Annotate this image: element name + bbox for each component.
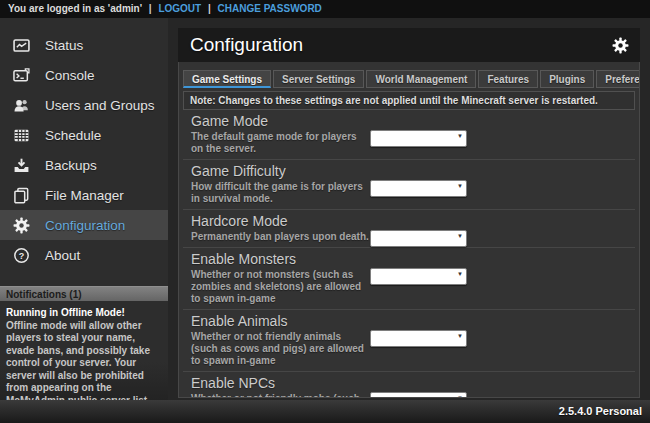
setting-title: Enable Animals bbox=[191, 314, 627, 329]
backups-icon bbox=[13, 157, 30, 174]
enable-animals-select[interactable] bbox=[370, 330, 467, 347]
statusbar: 2.5.4.0 Personal bbox=[0, 400, 650, 423]
panel-header: Configuration bbox=[178, 28, 640, 62]
sidebar-item-label: About bbox=[45, 248, 80, 263]
sidebar-item-file-manager[interactable]: File Manager bbox=[0, 180, 168, 210]
enable-monsters-select[interactable] bbox=[370, 268, 467, 285]
change-password-link[interactable]: CHANGE PASSWORD bbox=[218, 3, 322, 14]
notifications-header: Notifications (1) bbox=[0, 286, 168, 301]
sidebar-item-label: Console bbox=[45, 68, 95, 83]
setting-description: Whether or not friendly animals (such as… bbox=[191, 331, 369, 367]
sidebar-item-label: Status bbox=[45, 38, 83, 53]
setting-game-mode: Game ModeThe default game mode for playe… bbox=[183, 110, 635, 160]
enable-npcs-select-wrap: ▼ bbox=[370, 390, 467, 398]
sidebar-item-label: File Manager bbox=[45, 188, 124, 203]
enable-npcs-select[interactable] bbox=[370, 392, 467, 398]
console-icon bbox=[13, 67, 30, 84]
status-icon bbox=[13, 37, 30, 54]
tab-server-settings[interactable]: Server Settings bbox=[273, 70, 364, 88]
game-mode-select[interactable] bbox=[370, 130, 467, 147]
game-mode-select-wrap: ▼ bbox=[370, 128, 467, 145]
version-label: 2.5.4.0 Personal bbox=[559, 405, 642, 417]
setting-title: Hardcore Mode bbox=[191, 214, 627, 229]
settings-list: Game ModeThe default game mode for playe… bbox=[179, 110, 639, 398]
sidebar-item-users-and-groups[interactable]: Users and Groups bbox=[0, 90, 168, 120]
users-icon bbox=[13, 97, 30, 114]
sidebar-item-label: Users and Groups bbox=[45, 98, 155, 113]
question-icon: ? bbox=[13, 247, 30, 264]
gear-icon[interactable] bbox=[612, 37, 629, 54]
sidebar-item-label: Backups bbox=[45, 158, 97, 173]
setting-enable-npcs: Enable NPCsWhether or not friendly mobs … bbox=[183, 372, 635, 398]
setting-game-difficulty: Game DifficultyHow difficult the game is… bbox=[183, 160, 635, 210]
enable-animals-select-wrap: ▼ bbox=[370, 328, 467, 345]
topbar: You are logged in as 'admin' | LOGOUT | … bbox=[0, 0, 650, 18]
separator: | bbox=[149, 3, 152, 14]
sidebar-item-schedule[interactable]: Schedule bbox=[0, 120, 168, 150]
logout-link[interactable]: LOGOUT bbox=[158, 3, 201, 14]
setting-description: Whether or not monsters (such as zombies… bbox=[191, 269, 369, 305]
tab-world-management[interactable]: World Management bbox=[366, 70, 476, 88]
gear-icon bbox=[13, 217, 30, 234]
configuration-panel: Configuration Game SettingsServer Settin… bbox=[178, 28, 640, 398]
game-difficulty-select[interactable] bbox=[370, 180, 467, 197]
sidebar-item-about[interactable]: ?About bbox=[0, 240, 168, 270]
enable-monsters-select-wrap: ▼ bbox=[370, 266, 467, 283]
tab-plugins[interactable]: Plugins bbox=[540, 70, 594, 88]
page-title: Configuration bbox=[190, 34, 303, 56]
hardcore-mode-select-wrap: ▼ bbox=[370, 228, 467, 245]
svg-text:?: ? bbox=[19, 250, 25, 260]
schedule-icon bbox=[13, 127, 30, 144]
tab-features[interactable]: Features bbox=[478, 70, 538, 88]
setting-description: Permanently ban players upon death. bbox=[191, 231, 369, 243]
sidebar-item-label: Configuration bbox=[45, 218, 125, 233]
setting-enable-monsters: Enable MonstersWhether or not monsters (… bbox=[183, 248, 635, 310]
panel-body: Game SettingsServer SettingsWorld Manage… bbox=[178, 62, 640, 398]
hardcore-mode-select[interactable] bbox=[370, 230, 467, 247]
notification-text: Offline mode will allow other players to… bbox=[6, 320, 162, 401]
logged-in-text: You are logged in as 'admin' bbox=[8, 3, 142, 14]
separator: | bbox=[208, 3, 211, 14]
sidebar-item-status[interactable]: Status bbox=[0, 30, 168, 60]
sidebar-item-backups[interactable]: Backups bbox=[0, 150, 168, 180]
sidebar-item-configuration[interactable]: Configuration bbox=[0, 210, 168, 240]
setting-description: Whether or not friendly mobs (such as vi… bbox=[191, 393, 369, 398]
setting-title: Enable NPCs bbox=[191, 376, 627, 391]
tab-bar: Game SettingsServer SettingsWorld Manage… bbox=[179, 62, 639, 88]
setting-description: The default game mode for players on the… bbox=[191, 131, 369, 155]
notification: Running in Offline Mode! Offline mode wi… bbox=[0, 301, 168, 400]
file-manager-icon bbox=[13, 187, 30, 204]
setting-enable-animals: Enable AnimalsWhether or not friendly an… bbox=[183, 310, 635, 372]
sidebar-menu: StatusConsoleUsers and GroupsScheduleBac… bbox=[0, 18, 168, 270]
sidebar: StatusConsoleUsers and GroupsScheduleBac… bbox=[0, 18, 168, 400]
setting-hardcore-mode: Hardcore ModePermanently ban players upo… bbox=[183, 210, 635, 248]
setting-title: Game Difficulty bbox=[191, 164, 627, 179]
sidebar-item-console[interactable]: Console bbox=[0, 60, 168, 90]
setting-description: How difficult the game is for players in… bbox=[191, 181, 369, 205]
setting-title: Enable Monsters bbox=[191, 252, 627, 267]
game-difficulty-select-wrap: ▼ bbox=[370, 178, 467, 195]
restart-note: Note: Changes to these settings are not … bbox=[183, 91, 635, 110]
sidebar-item-label: Schedule bbox=[45, 128, 101, 143]
setting-title: Game Mode bbox=[191, 114, 627, 129]
tab-game-settings[interactable]: Game Settings bbox=[183, 70, 271, 88]
tab-preferences[interactable]: Preferences bbox=[596, 70, 640, 88]
notification-title: Running in Offline Mode! bbox=[6, 307, 162, 320]
